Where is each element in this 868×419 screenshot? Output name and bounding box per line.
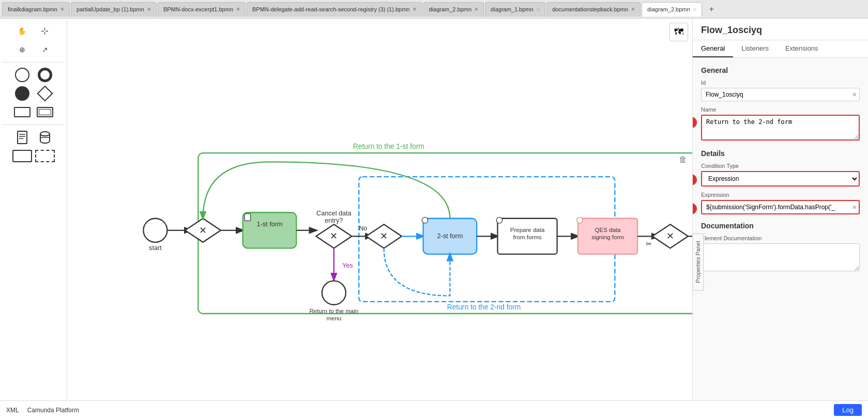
circle-thick-shape[interactable] xyxy=(35,67,55,83)
svg-point-36 xyxy=(422,217,428,223)
svg-text:Return to the 1-st form: Return to the 1-st form xyxy=(353,142,424,150)
rect-inner-shape[interactable] xyxy=(35,104,55,120)
condition-type-container: 2 Condition Type Expression Script None xyxy=(701,163,860,187)
circle-thick-icon xyxy=(38,68,52,82)
tab-listeners[interactable]: Listeners xyxy=(733,40,777,57)
expression-field-wrapper: × xyxy=(701,200,860,214)
canvas[interactable]: 🗺 Return to the 1-st form Return to the … xyxy=(67,19,692,400)
expression-clear-button[interactable]: × xyxy=(852,203,857,211)
expression-container: 3 Expression × xyxy=(701,192,860,214)
delete-element-button[interactable]: 🗑 xyxy=(679,155,687,164)
svg-text:✕: ✕ xyxy=(199,225,207,236)
circle-fill-shape[interactable] xyxy=(12,85,33,102)
svg-text:Prepare data: Prepare data xyxy=(510,227,545,233)
db-shape[interactable] xyxy=(35,129,55,146)
svg-rect-0 xyxy=(18,131,27,144)
tab-partialupdate[interactable]: partialUpdate_bp (1).bpmn × xyxy=(71,2,157,17)
svg-point-10 xyxy=(143,219,167,242)
lasso-tool[interactable]: ⊹ xyxy=(35,23,55,39)
hand-tool[interactable]: ✋ xyxy=(12,23,33,39)
diamond-icon xyxy=(37,85,53,101)
name-field-container: 1 Return to the 2-nd form xyxy=(701,115,860,142)
svg-point-46 xyxy=(577,217,583,223)
move-tool[interactable]: ⊕ xyxy=(12,41,33,58)
svg-text:✂: ✂ xyxy=(646,240,652,248)
xml-button[interactable]: XML xyxy=(6,407,19,414)
svg-text:Yes: Yes xyxy=(342,262,353,269)
delete-icon: 🗑 xyxy=(679,155,687,164)
tab-add-button[interactable]: + xyxy=(705,3,718,15)
element-doc-label: Element Documentation xyxy=(701,235,860,241)
dashed-rect-icon xyxy=(35,150,55,162)
bottom-left: XML Camunda Platform xyxy=(6,407,79,414)
arrow-icon: ↗ xyxy=(42,45,48,54)
shape-row-2 xyxy=(2,85,65,102)
tab-close-1[interactable]: × xyxy=(147,6,151,13)
svg-text:from forms: from forms xyxy=(513,234,542,240)
shape-row-5 xyxy=(2,148,65,164)
section-details-title: Details xyxy=(701,149,860,158)
tab-documentation[interactable]: documentationstepback.bpmn × xyxy=(546,2,641,17)
main-container: ✋ ⊹ ⊕ ↗ xyxy=(0,19,868,400)
doc-shape[interactable] xyxy=(12,129,33,146)
condition-type-select[interactable]: Expression Script None xyxy=(701,171,860,187)
svg-text:Return to the main: Return to the main xyxy=(310,308,359,314)
svg-text:start: start xyxy=(149,244,162,252)
tab-diagram2-1[interactable]: diagram_2.bpmn × xyxy=(423,2,484,17)
svg-text:2-st form: 2-st form xyxy=(437,232,463,240)
shape-row-4 xyxy=(2,129,65,146)
tab-close-6[interactable]: × xyxy=(631,6,635,13)
svg-rect-18 xyxy=(245,214,251,221)
tool-divider-2 xyxy=(2,125,65,125)
rect-inner-icon xyxy=(37,107,53,117)
tab-general[interactable]: General xyxy=(693,40,733,57)
tool-row-1: ✋ ⊹ xyxy=(2,23,65,39)
element-doc-textarea[interactable] xyxy=(701,243,860,271)
svg-point-26 xyxy=(322,281,346,305)
id-input[interactable] xyxy=(701,88,860,101)
big-rect-shape[interactable] xyxy=(12,148,33,164)
name-textarea[interactable]: Return to the 2-nd form xyxy=(701,115,860,141)
bottom-bar: XML Camunda Platform Log xyxy=(0,400,868,419)
svg-text:QES data: QES data xyxy=(595,227,621,233)
tab-finalkdiagram[interactable]: finalkdiagram.bpmn × xyxy=(2,2,70,17)
section-general-title: General xyxy=(701,66,860,74)
tab-diagram1[interactable]: diagram_1.bpmn ○ xyxy=(485,2,545,17)
properties-side-tab[interactable]: Properties Panel xyxy=(692,233,704,290)
tab-close-0[interactable]: × xyxy=(60,6,64,13)
dashed-rect-shape[interactable] xyxy=(35,148,55,164)
svg-text:signing form: signing form xyxy=(591,234,624,240)
lasso-icon: ⊹ xyxy=(41,25,49,37)
expression-input[interactable] xyxy=(701,200,860,214)
svg-point-4 xyxy=(40,132,50,136)
tab-extensions[interactable]: Extensions xyxy=(777,40,827,57)
id-clear-button[interactable]: × xyxy=(852,90,857,99)
rect-shape[interactable] xyxy=(12,104,33,120)
svg-text:✕: ✕ xyxy=(666,230,674,241)
tab-close-2[interactable]: × xyxy=(236,6,240,13)
tab-close-4[interactable]: × xyxy=(475,6,478,13)
expression-label: Expression xyxy=(701,192,860,198)
platform-label: Camunda Platform xyxy=(27,407,79,414)
svg-text:1-st form: 1-st form xyxy=(257,221,283,228)
doc-icon xyxy=(17,131,28,144)
big-rect-icon xyxy=(12,150,32,162)
svg-text:Cancel data: Cancel data xyxy=(316,210,352,217)
tab-diagram2-active[interactable]: diagram_2.bpmn ○ xyxy=(642,2,702,17)
bpmn-diagram: Return to the 1-st form Return to the 2-… xyxy=(67,19,692,400)
tool-row-2: ⊕ ↗ xyxy=(2,41,65,58)
tab-close-3[interactable]: × xyxy=(413,6,416,13)
name-label: Name xyxy=(701,106,860,113)
circle-icon xyxy=(15,68,29,82)
tool-divider-1 xyxy=(2,62,65,63)
diamond-shape[interactable] xyxy=(35,85,55,102)
svg-text:✕: ✕ xyxy=(380,230,388,241)
tab-bpmn-docx[interactable]: BPMN-docx-excerpt1.bpmn × xyxy=(158,2,246,17)
properties-side-tab-container: Properties Panel xyxy=(635,176,692,187)
circle-shape[interactable] xyxy=(12,67,33,83)
arrow-tool[interactable]: ↗ xyxy=(35,41,55,58)
log-button[interactable]: Log xyxy=(834,404,862,416)
properties-panel: Flow_1osciyq General Listeners Extension… xyxy=(692,19,868,400)
tab-bpmn-delegate[interactable]: BPMN-delegate-add-read-search-second-reg… xyxy=(247,2,422,17)
hand-icon: ✋ xyxy=(18,27,26,35)
